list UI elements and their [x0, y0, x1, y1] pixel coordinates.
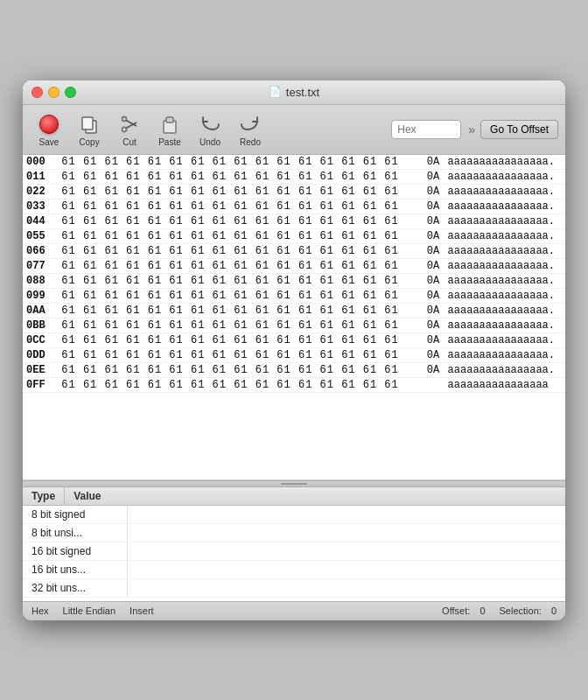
address-cell: 0EE: [23, 362, 58, 377]
hex-bytes-cell: 61 61 61 61 61 61 61 61 61 61 61 61 61 6…: [58, 362, 424, 377]
newline-cell: 0A: [424, 273, 444, 288]
save-icon: [37, 112, 61, 136]
table-row[interactable]: 022 61 61 61 61 61 61 61 61 61 61 61 61 …: [23, 184, 565, 199]
table-row[interactable]: 055 61 61 61 61 61 61 61 61 61 61 61 61 …: [23, 228, 565, 243]
expand-button[interactable]: »: [465, 121, 479, 138]
maximize-button[interactable]: [65, 87, 76, 98]
titlebar: 📄 test.txt: [23, 80, 565, 105]
type-column-header: Type: [23, 487, 65, 505]
svg-rect-7: [166, 117, 173, 122]
list-item[interactable]: 16 bit uns...: [23, 561, 565, 579]
status-insert: Insert: [130, 606, 154, 616]
goto-offset-button[interactable]: Go To Offset: [480, 120, 558, 139]
redo-icon: [238, 112, 262, 136]
toolbar: Save Copy Cut: [23, 105, 565, 155]
hex-bytes-cell: 61 61 61 61 61 61 61 61 61 61 61 61 61 6…: [58, 169, 424, 184]
hex-bytes-cell: 61 61 61 61 61 61 61 61 61 61 61 61 61 6…: [58, 214, 424, 228]
ascii-cell: aaaaaaaaaaaaaaaa.: [444, 332, 565, 347]
hex-bytes-cell: 61 61 61 61 61 61 61 61 61 61 61 61 61 6…: [58, 243, 424, 258]
inspector-value: [128, 506, 565, 523]
table-row[interactable]: 000 61 61 61 61 61 61 61 61 61 61 61 61 …: [23, 155, 565, 170]
ascii-cell: aaaaaaaaaaaaaaaa.: [444, 214, 565, 228]
table-row[interactable]: 0CC 61 61 61 61 61 61 61 61 61 61 61 61 …: [23, 332, 565, 347]
close-button[interactable]: [32, 87, 43, 98]
hex-bytes-cell: 61 61 61 61 61 61 61 61 61 61 61 61 61 6…: [58, 377, 424, 392]
table-row[interactable]: 088 61 61 61 61 61 61 61 61 61 61 61 61 …: [23, 273, 565, 288]
list-item[interactable]: 16 bit signed: [23, 542, 565, 561]
table-row[interactable]: 011 61 61 61 61 61 61 61 61 61 61 61 61 …: [23, 169, 565, 184]
newline-cell: 0A: [424, 362, 444, 377]
main-window: 📄 test.txt Save Copy: [23, 80, 565, 620]
hex-input[interactable]: [391, 120, 461, 139]
inspector-value: [128, 524, 565, 542]
ascii-cell: aaaaaaaaaaaaaaaa: [444, 377, 565, 392]
save-button[interactable]: Save: [30, 109, 68, 150]
newline-cell: 0A: [424, 347, 444, 362]
inspector-type: 32 bit uns...: [23, 579, 128, 597]
address-cell: 0DD: [23, 347, 58, 362]
paste-icon: [158, 112, 182, 136]
inspector-type: 8 bit unsi...: [23, 524, 128, 542]
status-endian: Little Endian: [63, 606, 116, 616]
address-cell: 033: [23, 199, 58, 214]
value-column-header: Value: [65, 487, 565, 505]
file-icon: 📄: [269, 86, 282, 98]
address-cell: 055: [23, 228, 58, 243]
newline-cell: 0A: [424, 258, 444, 273]
address-cell: 0AA: [23, 303, 58, 318]
minimize-button[interactable]: [48, 87, 60, 98]
hex-bytes-cell: 61 61 61 61 61 61 61 61 61 61 61 61 61 6…: [58, 155, 424, 170]
newline-cell: 0A: [424, 169, 444, 184]
table-row[interactable]: 066 61 61 61 61 61 61 61 61 61 61 61 61 …: [23, 243, 565, 258]
hex-bytes-cell: 61 61 61 61 61 61 61 61 61 61 61 61 61 6…: [58, 228, 424, 243]
table-row[interactable]: 077 61 61 61 61 61 61 61 61 61 61 61 61 …: [23, 258, 565, 273]
list-item[interactable]: 8 bit unsi...: [23, 524, 565, 542]
undo-button[interactable]: Undo: [191, 109, 229, 150]
newline-cell: 0A: [424, 332, 444, 347]
table-row[interactable]: 033 61 61 61 61 61 61 61 61 61 61 61 61 …: [23, 199, 565, 214]
main-content: 000 61 61 61 61 61 61 61 61 61 61 61 61 …: [23, 155, 565, 601]
newline-cell: 0A: [424, 318, 444, 332]
statusbar: Hex Little Endian Insert Offset: 0 Selec…: [23, 601, 565, 620]
table-row[interactable]: 0EE 61 61 61 61 61 61 61 61 61 61 61 61 …: [23, 362, 565, 377]
hex-bytes-cell: 61 61 61 61 61 61 61 61 61 61 61 61 61 6…: [58, 288, 424, 303]
table-row[interactable]: 0DD 61 61 61 61 61 61 61 61 61 61 61 61 …: [23, 347, 565, 362]
address-cell: 088: [23, 273, 58, 288]
cut-button[interactable]: Cut: [110, 109, 149, 150]
hex-view[interactable]: 000 61 61 61 61 61 61 61 61 61 61 61 61 …: [23, 155, 565, 480]
newline-cell: 0A: [424, 155, 444, 170]
address-cell: 0FF: [23, 377, 58, 392]
copy-button[interactable]: Copy: [70, 109, 108, 150]
ascii-cell: aaaaaaaaaaaaaaaa.: [444, 184, 565, 199]
hex-bytes-cell: 61 61 61 61 61 61 61 61 61 61 61 61 61 6…: [58, 303, 424, 318]
paste-button[interactable]: Paste: [150, 109, 189, 150]
hex-bytes-cell: 61 61 61 61 61 61 61 61 61 61 61 61 61 6…: [58, 184, 424, 199]
hex-bytes-cell: 61 61 61 61 61 61 61 61 61 61 61 61 61 6…: [58, 347, 424, 362]
status-offset: Offset: 0: [442, 606, 485, 616]
table-row[interactable]: 0BB 61 61 61 61 61 61 61 61 61 61 61 61 …: [23, 318, 565, 332]
inspector-type: 16 bit signed: [23, 542, 128, 560]
list-item[interactable]: 8 bit signed: [23, 506, 565, 524]
ascii-cell: aaaaaaaaaaaaaaaa.: [444, 288, 565, 303]
list-item[interactable]: 32 bit uns...: [23, 579, 565, 598]
svg-point-3: [122, 127, 127, 131]
hex-bytes-cell: 61 61 61 61 61 61 61 61 61 61 61 61 61 6…: [58, 273, 424, 288]
copy-icon: [77, 112, 102, 136]
window-title: 📄 test.txt: [269, 86, 319, 99]
inspector-value: [128, 542, 565, 560]
divider-handle[interactable]: [23, 480, 565, 487]
hex-bytes-cell: 61 61 61 61 61 61 61 61 61 61 61 61 61 6…: [58, 332, 424, 347]
table-row[interactable]: 0FF 61 61 61 61 61 61 61 61 61 61 61 61 …: [23, 377, 565, 392]
ascii-cell: aaaaaaaaaaaaaaaa.: [444, 243, 565, 258]
inspector-rows: 8 bit signed 8 bit unsi... 16 bit signed…: [23, 506, 565, 598]
table-row[interactable]: 044 61 61 61 61 61 61 61 61 61 61 61 61 …: [23, 214, 565, 228]
table-row[interactable]: 0AA 61 61 61 61 61 61 61 61 61 61 61 61 …: [23, 303, 565, 318]
ascii-cell: aaaaaaaaaaaaaaaa.: [444, 199, 565, 214]
table-row[interactable]: 099 61 61 61 61 61 61 61 61 61 61 61 61 …: [23, 288, 565, 303]
hex-bytes-cell: 61 61 61 61 61 61 61 61 61 61 61 61 61 6…: [58, 199, 424, 214]
hex-bytes-cell: 61 61 61 61 61 61 61 61 61 61 61 61 61 6…: [58, 318, 424, 332]
svg-point-2: [122, 116, 127, 121]
redo-button[interactable]: Redo: [231, 109, 270, 150]
newline-cell: 0A: [424, 184, 444, 199]
address-cell: 066: [23, 243, 58, 258]
